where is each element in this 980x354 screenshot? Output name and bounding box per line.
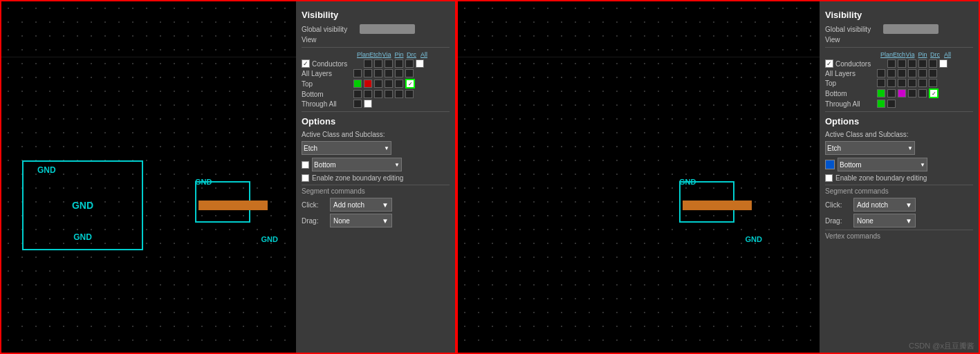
cond-swatch-1[interactable] — [364, 59, 372, 68]
col-drc-left: Drc — [407, 51, 416, 58]
rtop-swatch-5[interactable] — [918, 79, 927, 87]
gnd-box-left: GND GND GND — [22, 160, 143, 250]
rcond-swatch-6[interactable] — [939, 59, 947, 68]
enable-zone-checkbox-right[interactable] — [825, 174, 833, 182]
bottom-dropdown-left[interactable]: Bottom ▼ — [312, 158, 402, 171]
rtop-swatch-3[interactable] — [898, 79, 906, 87]
rta-swatch-2[interactable] — [887, 100, 896, 108]
top-swatch-5[interactable] — [395, 80, 403, 88]
drag-select-left[interactable]: None ▼ — [330, 214, 392, 227]
conductors-checkbox-right[interactable]: ✓ — [825, 59, 833, 68]
rtop-swatch-2[interactable] — [887, 79, 896, 87]
rbot-swatch-1[interactable] — [877, 89, 885, 97]
rcond-swatch-2[interactable] — [898, 59, 906, 68]
segment-title-left: Segment commands — [302, 185, 450, 195]
enable-zone-checkbox-left[interactable] — [302, 174, 309, 182]
divider-r1 — [825, 47, 973, 48]
rbot-swatch-3[interactable] — [898, 89, 906, 97]
al-swatch-2[interactable] — [364, 69, 372, 77]
rbot-swatch-4[interactable] — [908, 89, 916, 97]
left-sidebar: Visibility Global visibility View Plan E… — [296, 1, 455, 353]
pcb-gnd-label-3: GND — [261, 235, 278, 243]
through-all-row-right: Through All — [825, 100, 973, 108]
al-swatch-3[interactable] — [374, 69, 382, 77]
cond-swatch-4[interactable] — [395, 59, 403, 68]
bot-swatch-5[interactable] — [395, 90, 403, 98]
click-select-right[interactable]: Add notch ▼ — [853, 198, 916, 212]
col-drc-right: Drc — [930, 51, 940, 58]
bot-swatch-4[interactable] — [385, 90, 393, 98]
conductors-checkbox-left[interactable]: ✓ — [302, 59, 310, 68]
click-label-right: Click: — [825, 201, 849, 209]
segment-section-left: Segment commands Click: Add notch ▼ Drag… — [302, 185, 450, 227]
click-select-left[interactable]: Add notch ▼ — [330, 198, 392, 212]
global-vis-label-right: Global visibility — [825, 26, 880, 33]
cond-swatch-5[interactable] — [405, 59, 414, 68]
bot-swatch-1[interactable] — [353, 90, 362, 98]
rcond-swatch-5[interactable] — [929, 59, 937, 68]
rta-swatch-1[interactable] — [877, 100, 885, 108]
col-pin-left: Pin — [394, 51, 404, 58]
global-vis-bar-right[interactable] — [883, 24, 939, 34]
etch-dropdown-right[interactable]: Etch ▼ — [825, 141, 915, 155]
top-swatch-3[interactable] — [374, 80, 382, 88]
rcond-swatch-4[interactable] — [918, 59, 927, 68]
bot-swatch-6[interactable] — [405, 90, 414, 98]
ral-swatch-4[interactable] — [908, 69, 916, 77]
col-via-left: Via — [382, 51, 391, 58]
cond-swatch-3[interactable] — [385, 59, 393, 68]
top-swatch-4[interactable] — [385, 80, 393, 88]
rcond-swatch-1[interactable] — [887, 59, 896, 68]
enable-zone-label-right: Enable zone boundary editing — [835, 174, 927, 182]
global-vis-bar-left[interactable] — [360, 24, 415, 34]
al-swatch-4[interactable] — [385, 69, 393, 77]
al-swatch-6[interactable] — [405, 69, 414, 77]
top-swatch-1[interactable] — [353, 80, 362, 88]
enable-zone-label-left: Enable zone boundary editing — [312, 174, 403, 182]
drag-row-right: Drag: None ▼ — [825, 214, 973, 227]
view-label-left: View — [302, 36, 450, 44]
ral-swatch-2[interactable] — [887, 69, 896, 77]
al-swatch-1[interactable] — [353, 69, 362, 77]
col-etch-left: Etch — [369, 51, 379, 58]
bottom-dropdown-row-right: Bottom ▼ — [825, 158, 973, 171]
col-headers-right: Plan Etch Via Pin Drc All — [825, 51, 973, 58]
rbot-swatch-5[interactable] — [918, 89, 927, 97]
top-swatch-2[interactable] — [364, 80, 372, 88]
rcond-swatch-3[interactable] — [908, 59, 916, 68]
conductors-row-left: ✓ Conductors — [302, 59, 450, 68]
active-class-label-right: Active Class and Subclass: — [825, 131, 909, 138]
pcb-gnd-label-4: GND — [746, 235, 762, 243]
rtop-swatch-4[interactable] — [908, 79, 916, 87]
bottom-checkbox-left[interactable] — [302, 161, 309, 169]
top-row-left: Top ✓ — [302, 79, 450, 88]
rbot-swatch-2[interactable] — [887, 89, 896, 97]
vertex-commands-title: Vertex commands — [825, 230, 973, 240]
cond-swatch-6[interactable] — [416, 59, 424, 68]
etch-dropdown-row-left: Etch ▼ — [302, 141, 450, 155]
bottom-dropdown-right[interactable]: Bottom ▼ — [838, 158, 927, 171]
bottom-green-ring-right[interactable]: ✓ — [929, 88, 939, 98]
click-row-right: Click: Add notch ▼ — [825, 198, 973, 212]
ral-swatch-1[interactable] — [877, 69, 885, 77]
rtop-swatch-6[interactable] — [929, 79, 937, 87]
rtop-swatch-1[interactable] — [877, 79, 885, 87]
conductors-label-right: Conductors — [835, 60, 885, 68]
etch-dropdown-left[interactable]: Etch ▼ — [302, 141, 391, 155]
conductors-label-left: Conductors — [312, 60, 362, 68]
bot-swatch-3[interactable] — [374, 90, 382, 98]
bot-swatch-2[interactable] — [364, 90, 372, 98]
al-swatch-5[interactable] — [395, 69, 403, 77]
ral-swatch-6[interactable] — [929, 69, 937, 77]
cond-swatch-2[interactable] — [374, 59, 382, 68]
all-layers-label-right: All Layers — [825, 70, 875, 77]
drag-select-right[interactable]: None ▼ — [853, 214, 916, 227]
top-label-right: Top — [825, 80, 875, 87]
left-panel: GND GND GND GND GND Visibility Global vi… — [0, 0, 456, 354]
ta-swatch-1[interactable] — [353, 100, 362, 108]
enable-zone-row-left: Enable zone boundary editing — [302, 174, 450, 182]
ta-swatch-2[interactable] — [364, 100, 372, 108]
ral-swatch-3[interactable] — [898, 69, 906, 77]
top-green-ring-left[interactable]: ✓ — [405, 79, 415, 88]
ral-swatch-5[interactable] — [918, 69, 927, 77]
